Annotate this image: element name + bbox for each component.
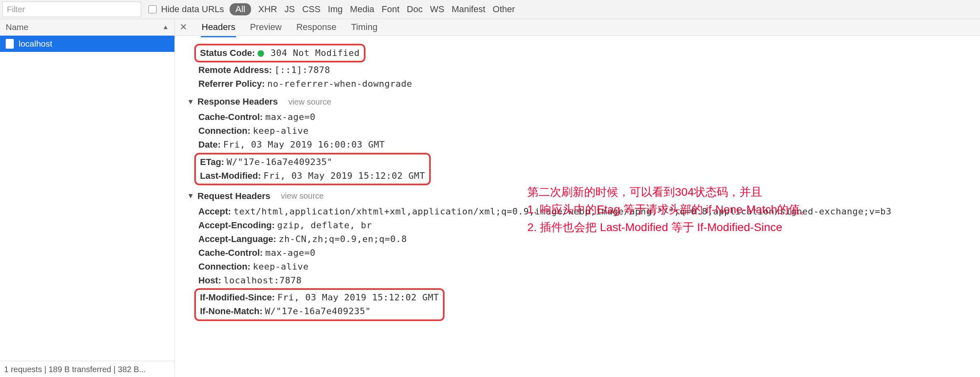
req-accept-encoding-k: Accept-Encoding: [198, 220, 275, 230]
type-filter-doc[interactable]: Doc [407, 4, 423, 15]
resp-date-v: Fri, 03 May 2019 16:00:03 GMT [223, 139, 385, 150]
status-code-label: Status Code: [200, 48, 255, 58]
req-accept-k: Accept: [198, 206, 231, 216]
ifmodified-ifnonematch-highlight: If-Modified-Since: Fri, 03 May 2019 15:1… [194, 288, 445, 321]
close-icon[interactable]: ✕ [180, 22, 187, 32]
req-if-none-match-k: If-None-Match: [200, 306, 262, 316]
type-filter-media[interactable]: Media [350, 4, 374, 15]
req-cache-control-v: max-age=0 [265, 248, 316, 258]
type-filter-ws[interactable]: WS [430, 4, 444, 15]
req-host-v: localhost:7878 [224, 275, 301, 285]
request-name: localhost [19, 39, 52, 49]
annotation-note: 第二次刷新的时候，可以看到304状态码，并且 1. 响应头中的Etag 等于请求… [527, 183, 811, 236]
tab-response[interactable]: Response [296, 19, 336, 35]
type-filter-css[interactable]: CSS [302, 4, 320, 15]
status-code-highlight: Status Code: 304 Not Modified [194, 44, 365, 62]
detail-tabs: ✕ Headers Preview Response Timing [175, 19, 980, 36]
resp-date-k: Date: [198, 139, 221, 150]
name-column-header[interactable]: Name [6, 22, 28, 32]
main-area: Name ▲ localhost 1 requests | 189 B tran… [0, 19, 980, 377]
filter-input[interactable] [2, 2, 141, 17]
response-view-source[interactable]: view source [288, 97, 331, 107]
type-filter-all[interactable]: All [230, 3, 251, 15]
req-cache-control-k: Cache-Control: [198, 248, 263, 258]
type-filter-other[interactable]: Other [493, 4, 515, 15]
type-filter-bar: All XHR JS CSS Img Media Font Doc WS Man… [230, 3, 515, 15]
response-headers-title-text: Response Headers [198, 96, 278, 107]
tab-headers[interactable]: Headers [202, 19, 235, 35]
request-row[interactable]: localhost [0, 36, 174, 52]
caret-down-icon: ▼ [187, 192, 194, 200]
req-accept-language-k: Accept-Language: [198, 234, 276, 244]
req-accept-encoding-v: gzip, deflate, br [277, 220, 372, 230]
tab-timing[interactable]: Timing [351, 19, 377, 35]
request-headers-title-text: Request Headers [198, 191, 271, 201]
request-view-source[interactable]: view source [281, 191, 324, 201]
general-section: Status Code: 304 Not Modified Remote Add… [187, 44, 968, 91]
type-filter-font[interactable]: Font [382, 4, 400, 15]
type-filter-manifest[interactable]: Manifest [451, 4, 485, 15]
hide-data-urls-box[interactable] [148, 5, 157, 13]
response-headers-section: ▼ Response Headers view source Cache-Con… [187, 96, 968, 185]
req-connection-v: keep-alive [253, 261, 308, 272]
resp-last-modified-v: Fri, 03 May 2019 15:12:02 GMT [263, 171, 425, 181]
request-list-header[interactable]: Name ▲ [0, 19, 174, 36]
referrer-policy-value: no-referrer-when-downgrade [267, 79, 412, 89]
resp-etag-v: W/"17e-16a7e409235" [227, 157, 333, 167]
req-if-none-match-v: W/"17e-16a7e409235" [265, 306, 371, 316]
req-host-k: Host: [198, 275, 221, 285]
request-list: Name ▲ localhost 1 requests | 189 B tran… [0, 19, 175, 377]
annotation-line-1: 第二次刷新的时候，可以看到304状态码，并且 [527, 183, 811, 201]
remote-address-value: [::1]:7878 [274, 65, 330, 75]
resp-cache-control-v: max-age=0 [265, 112, 316, 122]
type-filter-img[interactable]: Img [328, 4, 343, 15]
resp-etag-k: ETag: [200, 157, 224, 167]
sort-asc-icon[interactable]: ▲ [162, 24, 169, 31]
req-connection-k: Connection: [198, 261, 250, 272]
document-icon [6, 39, 14, 49]
status-code-value: 304 Not Modified [271, 48, 360, 58]
resp-connection-v: keep-alive [253, 126, 308, 136]
resp-last-modified-k: Last-Modified: [200, 171, 261, 181]
type-filter-xhr[interactable]: XHR [258, 4, 277, 15]
sidebar-status-bar: 1 requests | 189 B transferred | 382 B..… [0, 361, 174, 377]
hide-data-urls-checkbox[interactable]: Hide data URLs [147, 4, 224, 15]
response-headers-title[interactable]: ▼ Response Headers view source [187, 96, 968, 107]
resp-cache-control-k: Cache-Control: [198, 112, 263, 122]
caret-down-icon: ▼ [187, 98, 194, 106]
etag-lastmod-highlight: ETag: W/"17e-16a7e409235" Last-Modified:… [194, 153, 431, 185]
req-if-modified-since-k: If-Modified-Since: [200, 292, 275, 302]
req-accept-language-v: zh-CN,zh;q=0.9,en;q=0.8 [279, 234, 407, 244]
annotation-line-2: 1. 响应头中的Etag 等于请求头部的 if-None-Match的值。 [527, 201, 811, 218]
tab-preview[interactable]: Preview [250, 19, 282, 35]
annotation-line-3: 2. 插件也会把 Last-Modified 等于 If-Modified-Si… [527, 218, 811, 236]
resp-connection-k: Connection: [198, 126, 250, 136]
remote-address-label: Remote Address: [198, 65, 272, 75]
referrer-policy-label: Referrer Policy: [198, 79, 265, 89]
req-if-modified-since-v: Fri, 03 May 2019 15:12:02 GMT [277, 292, 439, 302]
status-dot-icon [258, 50, 264, 57]
type-filter-js[interactable]: JS [284, 4, 295, 15]
hide-data-urls-label: Hide data URLs [161, 4, 224, 15]
filter-toolbar: Hide data URLs All XHR JS CSS Img Media … [0, 0, 980, 19]
